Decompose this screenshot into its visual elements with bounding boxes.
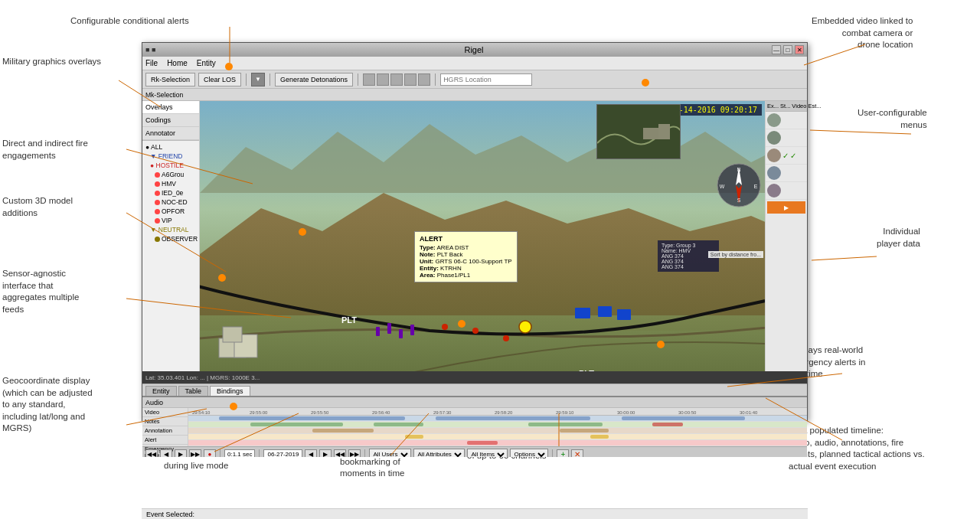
all-users-select[interactable]: All Users <box>369 449 411 458</box>
ctrl-next[interactable]: ▶▶ <box>189 449 201 458</box>
ctrl-minus-btn[interactable]: ✕ <box>571 449 583 458</box>
toolbar-icon5[interactable] <box>404 73 416 86</box>
svg-text:30:00:00: 30:00:00 <box>617 410 635 415</box>
ctrl-record[interactable]: ● <box>204 449 216 458</box>
notes-event-red <box>652 423 683 427</box>
toolbar-icon4[interactable] <box>390 73 403 86</box>
callout-dot-geo <box>230 403 237 410</box>
rp-orange-button[interactable]: ▶ <box>767 201 805 214</box>
viewport[interactable]: PLT PLT 06-14-2016 09:20:17 <box>200 101 765 371</box>
rp-check-3b: ✓ <box>790 152 796 160</box>
annotation-embedded-video: Embedded video linked tocombat camera or… <box>812 15 913 51</box>
svg-point-23 <box>503 335 509 341</box>
sidebar-tab-codings[interactable]: Codings <box>142 114 199 127</box>
options-select[interactable]: Options <box>510 449 548 458</box>
annotation-direct-fire: Direct and indirect fireengagements <box>2 138 88 162</box>
tab-entity[interactable]: Entity <box>145 386 177 396</box>
tree-item-observer[interactable]: OBSERVER <box>144 234 198 243</box>
toolbar-separator2 <box>270 73 270 86</box>
sidebar-tab-overlays[interactable]: Overlays <box>142 101 199 114</box>
generate-detonations-button[interactable]: Generate Detonations <box>275 73 353 86</box>
ctrl-prev[interactable]: ◀ <box>160 449 172 458</box>
tree-item-friend[interactable]: ▼ FRIEND <box>144 152 198 161</box>
rp-check-3: ✓ <box>782 152 789 160</box>
svg-text:30:00:50: 30:00:50 <box>678 410 697 415</box>
close-button[interactable]: ✕ <box>795 45 804 54</box>
rk-selection-button[interactable]: Rk-Selection <box>145 73 195 86</box>
ctrl-btn-extra4[interactable]: ▶▶ <box>348 449 361 458</box>
tree-item-ied[interactable]: IED_0e <box>144 188 198 197</box>
menu-entity[interactable]: Entity <box>197 59 216 67</box>
maximize-button[interactable]: □ <box>783 45 792 54</box>
track-label-alert: Alert <box>142 436 188 445</box>
annotation-custom-3d: Custom 3D modeladditions <box>2 195 73 219</box>
menu-home[interactable]: Home <box>167 59 188 67</box>
rp-circle-1 <box>767 113 781 127</box>
ctrl-sep4 <box>552 449 553 458</box>
svg-rect-33 <box>658 124 670 139</box>
tree-item-all[interactable]: ● ALL <box>144 142 198 152</box>
location-input[interactable] <box>440 73 532 86</box>
timeline-controls: ◀◀ ◀ ▶ ▶▶ ● 0:1.1 sec 06-27-2019 ◀ ▶ ◀◀ … <box>142 446 807 457</box>
timeline-panel: Audio Video Notes Annotation Alert Emerg… <box>142 396 807 457</box>
track-alert <box>188 434 807 440</box>
notes-event-3 <box>528 423 603 427</box>
info-bar: Lat: 35.03.401 Lon: ... | MGRS: 1000E 3.… <box>142 371 807 384</box>
ctrl-btn-extra2[interactable]: ▶ <box>319 449 332 458</box>
svg-text:PLT: PLT <box>579 369 594 371</box>
notes-event-2 <box>374 423 423 427</box>
svg-text:29:59:10: 29:59:10 <box>556 410 574 415</box>
tree-item-vip[interactable]: VIP <box>144 216 198 225</box>
ctrl-btn-extra3[interactable]: ◀◀ <box>334 449 346 458</box>
event-selected-bar: Event Selected: <box>142 508 808 519</box>
toolbar-icon2[interactable] <box>363 73 375 86</box>
tab-bindings[interactable]: Bindings <box>210 386 250 396</box>
all-items-select[interactable]: All Items <box>467 449 508 458</box>
tree-item-neutral[interactable]: ▼ NEUTRAL <box>144 225 198 234</box>
rp-col-video: Video <box>792 103 806 109</box>
ctrl-prev-prev[interactable]: ◀◀ <box>145 449 158 458</box>
toolbar-icon6[interactable] <box>418 73 430 86</box>
menu-file[interactable]: File <box>145 59 158 67</box>
ctrl-sep1 <box>220 449 220 458</box>
svg-text:29:56:40: 29:56:40 <box>372 410 390 415</box>
svg-text:29:55:50: 29:55:50 <box>311 410 329 415</box>
svg-text:E: E <box>754 184 758 189</box>
alert-event-1 <box>405 435 423 439</box>
minimize-button[interactable]: — <box>772 45 781 54</box>
tree-item-opfor[interactable]: OPFOR <box>144 207 198 216</box>
track-annotation <box>188 428 807 434</box>
svg-rect-17 <box>223 327 242 342</box>
svg-point-28 <box>519 321 531 333</box>
tab-table[interactable]: Table <box>178 386 209 396</box>
sidebar-tabs: Overlays Codings Annotator <box>142 101 199 141</box>
clear-los-button[interactable]: Clear LOS <box>198 73 241 86</box>
toolbar-icon3[interactable] <box>377 73 389 86</box>
tree-item-hostile[interactable]: ● HOSTILE <box>144 161 198 170</box>
sidebar-tab-annotator[interactable]: Annotator <box>142 127 199 140</box>
rp-circle-4 <box>767 166 781 180</box>
video-event-3 <box>622 416 746 421</box>
all-attributes-select[interactable]: All Attributes <box>413 449 465 458</box>
mini-video-svg <box>597 105 680 158</box>
tree-item-hmv[interactable]: HMV <box>144 179 198 188</box>
alert-unit: Unit: GRTS 06-C 100-Support TP <box>420 258 512 265</box>
event-selected-label: Event Selected: <box>146 511 194 518</box>
tree-item-a6grou[interactable]: A6Grou <box>144 170 198 179</box>
window-controls[interactable]: — □ ✕ <box>772 45 804 54</box>
toolbar: Rk-Selection Clear LOS ▼ Generate Detona… <box>142 70 807 89</box>
svg-line-7 <box>812 256 877 260</box>
ctrl-btn-extra1[interactable]: ◀ <box>305 449 317 458</box>
callout-dot-timeline1 <box>458 320 466 328</box>
annotation-configurable-alerts: Configurable conditional alerts <box>70 15 189 28</box>
rp-orange-label: ▶ <box>784 204 789 211</box>
tree-item-noc-ed[interactable]: NOC-ED <box>144 197 198 207</box>
ctrl-plus-btn[interactable]: + <box>557 449 569 458</box>
ctrl-play[interactable]: ▶ <box>175 449 187 458</box>
ctrl-date-display[interactable]: 06-27-2019 <box>263 449 302 457</box>
app-title: Rigel <box>176 45 772 54</box>
toolbar-icon1[interactable]: ▼ <box>251 73 265 86</box>
svg-rect-24 <box>376 327 380 336</box>
info-popup-line5: ANG 374 <box>662 264 715 269</box>
svg-text:S: S <box>737 197 741 203</box>
